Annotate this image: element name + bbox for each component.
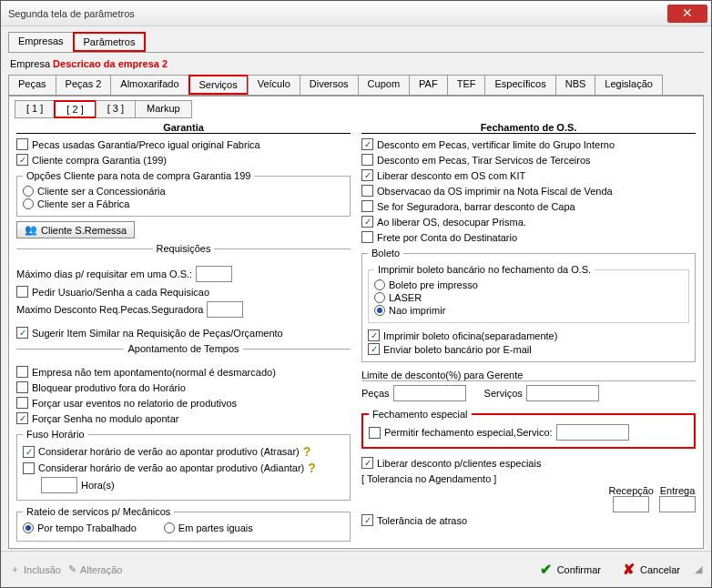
empresa-line: Empresa Descricao da empresa 2 — [8, 53, 704, 75]
cb-pecas-usadas[interactable] — [16, 138, 28, 150]
cb-forcar-eventos[interactable] — [16, 397, 28, 409]
tab-diversos[interactable]: Diversos — [300, 75, 359, 95]
inp-gerente-pecas[interactable] — [393, 385, 466, 401]
page-tabs: [ 1 ] [ 2 ] [ 3 ] Markup — [9, 96, 703, 118]
window-title: Segunda tela de parâmetros — [8, 8, 667, 19]
cb-liberar-clientes[interactable] — [361, 457, 373, 469]
tab-empresas[interactable]: Empresas — [8, 32, 74, 52]
cb-enviar-email[interactable] — [368, 343, 380, 355]
lbl-cliente-compra: Cliente compra Garantia (199) — [32, 155, 167, 166]
lbl-bloquear: Bloquear produtivo fora do Horário — [32, 382, 186, 393]
rb-concess[interactable] — [23, 186, 34, 197]
cb-permitir-especial[interactable] — [369, 427, 381, 439]
cb-seguradora[interactable] — [361, 200, 373, 212]
help-icon[interactable]: ? — [308, 461, 316, 475]
rb-fabrica[interactable] — [23, 198, 34, 209]
cb-liberar-kit[interactable] — [361, 169, 373, 181]
inp-especial-servico[interactable] — [556, 424, 629, 441]
cb-bloquear[interactable] — [16, 381, 28, 393]
cb-cliente-compra[interactable] — [16, 154, 28, 166]
lbl-permitir-especial: Permitir fechamento especial,Servico: — [384, 427, 553, 438]
rb-pre[interactable] — [374, 279, 385, 290]
help-icon[interactable]: ? — [303, 444, 311, 459]
lbl-concess: Cliente ser a Concessionária — [37, 186, 166, 197]
tab-veiculo[interactable]: Veículo — [248, 75, 300, 95]
lbl-pecas-usadas: Pecas usadas Garantia/Preco igual origin… — [32, 139, 260, 150]
right-column: Fechamento de O.S. Desconto em Pecas, ve… — [361, 122, 696, 544]
btn-cancelar[interactable]: ✘Cancelar — [615, 557, 687, 582]
lbl-sugerir: Sugerir Item Similar na Requisição de Pe… — [32, 328, 283, 339]
cb-atraso[interactable] — [361, 514, 373, 526]
lbl-pre: Boleto pre impresso — [389, 279, 478, 290]
inp-max-desc[interactable] — [207, 301, 243, 318]
tab-nbs[interactable]: NBS — [555, 75, 596, 95]
tab-tef[interactable]: TEF — [447, 75, 486, 95]
rb-nao[interactable] — [374, 305, 385, 316]
lbl-frete: Frete por Conta do Destinatario — [377, 232, 517, 243]
inp-max-dias[interactable] — [196, 266, 232, 282]
people-icon: 👥 — [25, 224, 37, 236]
cb-imprimir-sep[interactable] — [368, 329, 380, 341]
btn-inclusao[interactable]: ＋Inclusão — [10, 562, 61, 577]
inp-gerente-serv[interactable] — [526, 385, 599, 401]
inp-recepcao[interactable] — [613, 496, 649, 512]
cb-desc-grupo[interactable] — [361, 138, 373, 150]
resize-grip-icon: ◢ — [695, 563, 702, 575]
cb-pedir-usuario[interactable] — [16, 286, 28, 298]
subtab-panel: [ 1 ] [ 2 ] [ 3 ] Markup Garantia Pecas … — [8, 96, 704, 549]
plus-icon: ＋ — [10, 563, 20, 576]
fs-fechamento-especial: Fechamento especial Permitir fechamento … — [361, 409, 696, 449]
pagetab-1[interactable]: [ 1 ] — [15, 100, 55, 118]
tab-parametros[interactable]: Parâmetros — [73, 32, 147, 52]
lbl-nao: Nao imprimir — [389, 305, 445, 316]
fs-opcoes-cliente: Opções Cliente para nota de compra Garan… — [16, 170, 351, 217]
top-tabs: Empresas Parâmetros — [8, 32, 704, 53]
gerente-section: Limite de desconto(%) para Gerente Peças… — [361, 370, 696, 403]
titlebar: Segunda tela de parâmetros ✕ — [1, 1, 711, 26]
lg-boleto: Boleto — [368, 248, 403, 259]
cb-adiantar[interactable] — [23, 462, 35, 474]
lg-especial: Fechamento especial — [369, 409, 472, 420]
x-icon: ✘ — [623, 561, 635, 578]
close-button[interactable]: ✕ — [667, 5, 707, 23]
rb-partes[interactable] — [164, 522, 175, 533]
pagetab-markup[interactable]: Markup — [135, 100, 192, 118]
inp-entrega[interactable] — [659, 496, 696, 512]
cb-desc-tirar[interactable] — [361, 154, 373, 166]
btn-alteracao[interactable]: ✎Alteração — [68, 563, 122, 576]
cb-atrasar[interactable] — [23, 446, 35, 458]
edit-icon: ✎ — [68, 563, 76, 575]
lbl-fabrica: Cliente ser a Fábrica — [37, 198, 130, 209]
cb-obs-os[interactable] — [361, 185, 373, 197]
lbl-forcar-senha: Forçar Senha no modulo apontar — [32, 413, 178, 424]
tab-servicos[interactable]: Serviços — [188, 75, 249, 95]
lg-apontamento: Apontamento de Tempos — [124, 343, 242, 354]
lg-requisicoes: Requisições — [153, 243, 215, 254]
rb-tempo[interactable] — [23, 522, 34, 533]
btn-confirmar[interactable]: ✔Confirmar — [533, 557, 608, 582]
cb-frete[interactable] — [361, 231, 373, 243]
tab-especificos[interactable]: Específicos — [484, 75, 555, 95]
cb-prisma[interactable] — [361, 216, 373, 228]
lbl-adiantar: Considerar horário de verão ao apontar p… — [38, 462, 304, 473]
rb-laser[interactable] — [374, 292, 385, 303]
pagetab-3[interactable]: [ 3 ] — [96, 100, 136, 118]
btn-cliente-remessa[interactable]: 👥Cliente S.Remessa — [16, 221, 135, 238]
lbl-max-dias: Máximo dias p/ requisitar em uma O.S.: — [16, 269, 192, 279]
tab-paf[interactable]: PAF — [409, 75, 448, 95]
lbl-desc-tirar: Desconto em Pecas, Tirar Servicos de Ter… — [377, 155, 591, 166]
tab-legislacao[interactable]: Legislação — [595, 75, 663, 95]
lbl-desc-grupo: Desconto em Pecas, vertificar limite do … — [377, 139, 615, 150]
cb-empresa-nao[interactable] — [16, 366, 28, 378]
cb-sugerir[interactable] — [16, 327, 28, 339]
content: Empresas Parâmetros Empresa Descricao da… — [1, 26, 711, 551]
tab-almox[interactable]: Almoxarifado — [110, 75, 188, 95]
cb-forcar-senha[interactable] — [16, 412, 28, 424]
lbl-partes: Em partes iguais — [178, 522, 253, 533]
lbl-pedir-usuario: Pedir Usuario/Senha a cada Requisicao — [32, 287, 209, 298]
tab-cupom[interactable]: Cupom — [358, 75, 410, 95]
pagetab-2[interactable]: [ 2 ] — [54, 100, 96, 118]
tab-pecas[interactable]: Peças — [8, 75, 56, 95]
inp-horas[interactable] — [41, 477, 77, 493]
tab-pecas2[interactable]: Peças 2 — [56, 75, 112, 95]
